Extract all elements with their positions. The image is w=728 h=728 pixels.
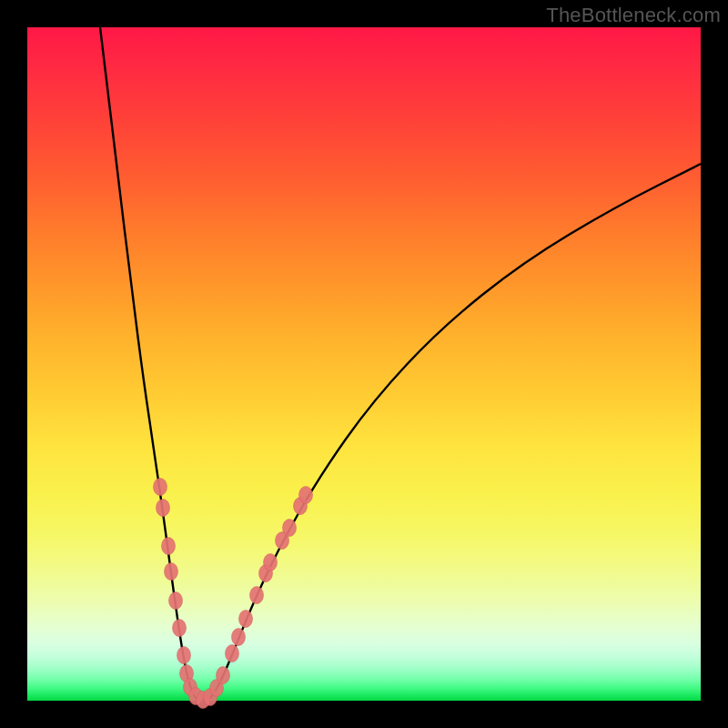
- sample-marker: [217, 667, 230, 684]
- curve-layer: [27, 27, 701, 701]
- watermark-text: TheBottleneck.com: [546, 4, 721, 27]
- sample-marker: [264, 554, 278, 571]
- sample-marker: [239, 611, 253, 628]
- plot-area: [27, 27, 701, 701]
- sample-marker: [162, 538, 176, 555]
- sample-marker: [173, 620, 187, 637]
- sample-marker: [154, 479, 167, 496]
- chart-frame: TheBottleneck.com: [0, 0, 728, 728]
- sample-marker: [232, 629, 246, 646]
- bottleneck-curve: [100, 27, 701, 701]
- sample-marker: [157, 500, 170, 517]
- sample-marker: [283, 520, 297, 537]
- sample-marker: [299, 487, 313, 504]
- sample-marker: [169, 592, 183, 610]
- sample-marker: [165, 563, 178, 581]
- sample-marker: [177, 647, 191, 664]
- sample-marker: [226, 645, 239, 662]
- sample-markers-group: [154, 479, 313, 709]
- sample-marker: [250, 587, 264, 604]
